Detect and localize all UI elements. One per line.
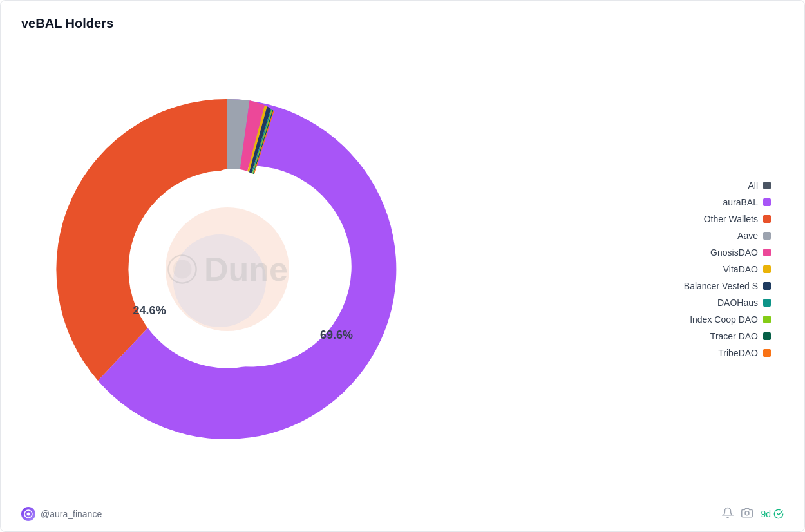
legend-dot-all	[763, 182, 771, 189]
legend-item-auraBAL[interactable]: auraBAL	[629, 197, 771, 207]
donut-chart: 69.6% 24.6%	[34, 76, 421, 462]
legend-dot-indexCoop	[763, 316, 771, 323]
legend-dot-vitaDAO	[763, 265, 771, 273]
legend-dot-balancerVested	[763, 282, 771, 290]
svg-point-2	[27, 513, 30, 516]
legend-dot-gnosisDAO	[763, 249, 771, 256]
camera-icon[interactable]	[741, 507, 753, 521]
legend-label-otherWallets: Other Wallets	[704, 214, 758, 224]
legend-dot-aave	[763, 232, 771, 240]
legend-item-vitaDAO[interactable]: VitaDAO	[629, 264, 771, 274]
legend-label-indexCoop: Index Coop DAO	[690, 314, 758, 325]
svg-point-3	[745, 511, 749, 515]
legend-item-all[interactable]: All	[629, 180, 771, 191]
legend-item-gnosisDAO[interactable]: GnosisDAO	[629, 247, 771, 258]
legend-dot-otherWallets	[763, 215, 771, 223]
chart-footer: @aura_finance 9d	[21, 502, 784, 521]
author-avatar	[21, 507, 35, 521]
legend-label-tribeDAO: TribeDAO	[718, 348, 758, 358]
inner-circle-2	[173, 234, 266, 327]
label-aurabal: 69.6%	[320, 328, 353, 341]
donut-wrapper: 69.6% 24.6% Dune	[21, 63, 433, 475]
time-badge: 9d	[761, 509, 784, 519]
chart-legend: AllauraBALOther WalletsAaveGnosisDAOVita…	[629, 180, 771, 358]
legend-label-all: All	[748, 180, 758, 191]
legend-item-otherWallets[interactable]: Other Wallets	[629, 214, 771, 224]
check-circle-icon	[773, 509, 784, 519]
legend-item-indexCoop[interactable]: Index Coop DAO	[629, 314, 771, 325]
legend-dot-daoHaus	[763, 299, 771, 307]
legend-dot-tracerDAO	[763, 332, 771, 340]
legend-label-gnosisDAO: GnosisDAO	[710, 247, 758, 258]
legend-label-auraBAL: auraBAL	[723, 197, 758, 207]
footer-actions: 9d	[722, 507, 784, 521]
footer-author-section: @aura_finance	[21, 507, 102, 521]
legend-label-daoHaus: DAOHaus	[717, 298, 758, 308]
legend-label-balancerVested: Balancer Vested S	[684, 281, 758, 291]
alert-icon[interactable]	[722, 507, 734, 521]
author-name: @aura_finance	[41, 509, 102, 519]
label-otherwallets: 24.6%	[133, 303, 166, 316]
legend-item-aave[interactable]: Aave	[629, 231, 771, 241]
legend-label-aave: Aave	[737, 231, 758, 241]
legend-label-vitaDAO: VitaDAO	[723, 264, 758, 274]
aura-icon	[24, 509, 33, 518]
legend-dot-auraBAL	[763, 198, 771, 206]
legend-item-tracerDAO[interactable]: Tracer DAO	[629, 331, 771, 341]
legend-dot-tribeDAO	[763, 349, 771, 357]
legend-label-tracerDAO: Tracer DAO	[710, 331, 758, 341]
legend-item-balancerVested[interactable]: Balancer Vested S	[629, 281, 771, 291]
legend-item-tribeDAO[interactable]: TribeDAO	[629, 348, 771, 358]
legend-item-daoHaus[interactable]: DAOHaus	[629, 298, 771, 308]
chart-title: veBAL Holders	[21, 16, 784, 31]
chart-body: 69.6% 24.6% Dune AllauraBALOther Wallets…	[21, 41, 784, 497]
chart-container: veBAL Holders	[0, 0, 805, 532]
